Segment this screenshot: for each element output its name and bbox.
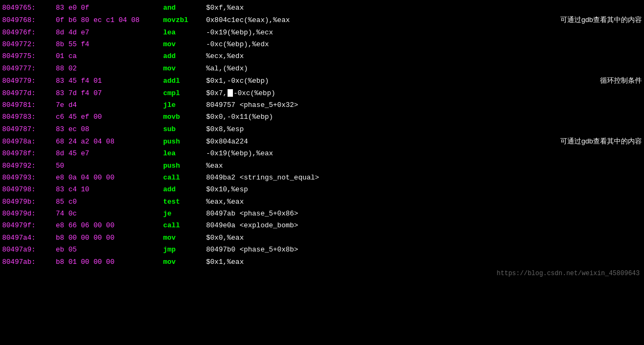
address: 804978f: [2,148,56,160]
operand: %eax,%eax [206,196,642,208]
bytes: eb 05 [56,244,163,256]
operand: 0x804c1ec(%eax),%eax [206,15,556,26]
table-row: 804976f:8d 4d e7 lea -0x19(%ebp),%ecx [0,27,644,39]
bytes: 8d 45 e7 [56,148,163,160]
table-row: 8049798:83 c4 10 add $0x10,%esp [0,184,644,196]
mnemonic: mov [163,232,206,244]
address: 804979b: [2,196,56,208]
cursor [228,89,233,97]
operand: $0x804a224 [206,136,556,148]
address: 804977d: [2,88,56,99]
operand: $0x0,%eax [206,232,642,244]
mnemonic: mov [163,63,206,75]
mnemonic: lea [163,148,206,160]
mnemonic: movzbl [163,15,206,26]
annotation: 可通过gdb查看其中的内容 [560,14,642,26]
operand: $0x1,-0xc(%ebp) [206,75,596,87]
address: 8049779: [2,75,56,87]
operand: $0x10,%esp [206,184,642,196]
address: 80497ab: [2,256,56,268]
mnemonic: call [163,172,206,184]
operand: $0x8,%esp [206,124,642,135]
address: 8049768: [2,15,56,26]
address: 8049775: [2,51,56,62]
disassembly-container: 8049765:83 e0 0f and $0xf,%eax8049768:0f… [0,0,644,282]
bytes: 83 ec 08 [56,124,163,135]
bytes: 7e d4 [56,99,163,111]
table-row: 8049768:0f b6 80 ec c1 04 08 movzbl 0x80… [0,14,644,26]
address: 8049781: [2,99,56,111]
mnemonic: je [163,208,206,220]
mnemonic: lea [163,27,206,39]
table-row: 804978f:8d 45 e7 lea -0x19(%ebp),%eax [0,148,644,160]
operand: $0x0,-0x11(%ebp) [206,111,642,123]
table-row: 8049781:7e d4 jle 8049757 <phase_5+0x32> [0,99,644,111]
operand: -0x19(%ebp),%eax [206,148,642,160]
address: 80497a4: [2,232,56,244]
bytes: 0f b6 80 ec c1 04 08 [56,15,163,26]
operand: $0xf,%eax [206,2,642,14]
mnemonic: and [163,2,206,14]
mnemonic: jle [163,99,206,111]
bytes: 01 ca [56,51,163,62]
operand: -0xc(%ebp),%edx [206,39,642,51]
mnemonic: test [163,196,206,208]
address: 8049793: [2,172,56,184]
bytes: 83 e0 0f [56,2,163,14]
mnemonic: mov [163,39,206,51]
address: 804976f: [2,27,56,39]
bytes: 50 [56,160,163,172]
mnemonic: mov [163,256,206,268]
bytes: 83 45 f4 01 [56,75,163,87]
mnemonic: add [163,51,206,62]
bytes: 88 02 [56,63,163,75]
operand: %ecx,%edx [206,51,642,62]
bytes: 85 c0 [56,196,163,208]
operand: -0x19(%ebp),%ecx [206,27,642,39]
bytes: e8 0a 04 00 00 [56,172,163,184]
address: 8049765: [2,2,56,14]
address: 8049792: [2,160,56,172]
bytes: b8 01 00 00 00 [56,256,163,268]
operand: 8049757 <phase_5+0x32> [206,99,642,111]
address: 804979d: [2,208,56,220]
table-row: 8049793:e8 0a 04 00 00 call 8049ba2 <str… [0,172,644,184]
table-row: 804979b:85 c0 test %eax,%eax [0,196,644,208]
address: 8049798: [2,184,56,196]
mnemonic: push [163,160,206,172]
table-row: 8049765:83 e0 0f and $0xf,%eax [0,2,644,14]
mnemonic: add [163,184,206,196]
table-row: 804978a:68 24 a2 04 08 push $0x804a224可通… [0,135,644,148]
bytes: 68 24 a2 04 08 [56,136,163,148]
bytes: 8d 4d e7 [56,27,163,39]
operand: 80497ab <phase_5+0x86> [206,208,642,220]
watermark: https://blog.csdn.net/weixin_45809643 [0,268,644,279]
table-row: 8049787:83 ec 08 sub $0x8,%esp [0,124,644,135]
address: 8049772: [2,39,56,51]
table-row: 80497ab:b8 01 00 00 00 mov $0x1,%eax [0,256,644,268]
table-row: 80497a4:b8 00 00 00 00 mov $0x0,%eax [0,232,644,244]
mnemonic: sub [163,124,206,135]
operand: 8049ba2 <strings_not_equal> [206,172,642,184]
annotation: 循环控制条件 [600,75,642,87]
bytes: 74 0c [56,208,163,220]
address: 8049787: [2,124,56,135]
address: 804978a: [2,136,56,148]
mnemonic: jmp [163,244,206,256]
table-row: 8049777:88 02 mov %al,(%edx) [0,63,644,75]
bytes: c6 45 ef 00 [56,111,163,123]
mnemonic: push [163,136,206,148]
mnemonic: movb [163,111,206,123]
bytes: e8 66 06 00 00 [56,220,163,232]
operand: 80497b0 <phase_5+0x8b> [206,244,642,256]
operand: %al,(%edx) [206,63,642,75]
mnemonic: call [163,220,206,232]
address: 804979f: [2,220,56,232]
bytes: 83 7d f4 07 [56,88,163,99]
address: 8049777: [2,63,56,75]
annotation: 可通过gdb查看其中的内容 [560,135,642,147]
operand: $0x7,-0xc(%ebp) [206,88,642,99]
table-row: 8049792:50 push %eax [0,160,644,172]
table-row: 80497a9:eb 05 jmp 80497b0 <phase_5+0x8b> [0,244,644,256]
bytes: 83 c4 10 [56,184,163,196]
